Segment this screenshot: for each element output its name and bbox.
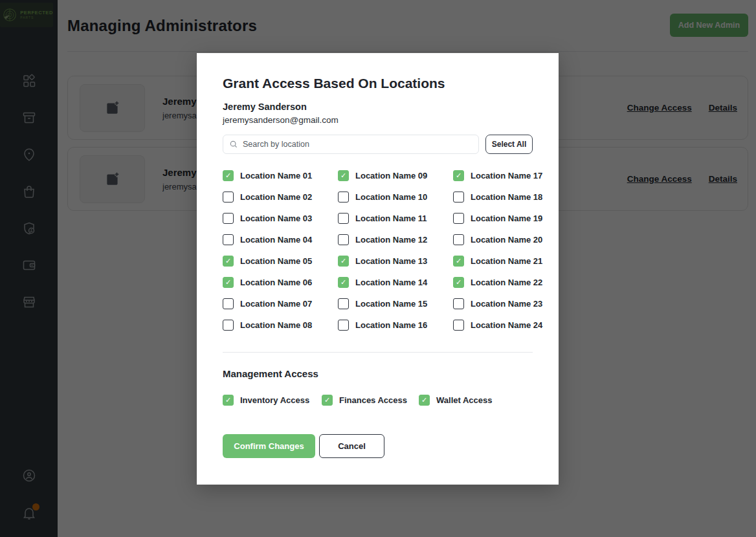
modal-actions: Confirm Changes Cancel — [223, 434, 533, 458]
checkbox-label: Location Name 08 — [240, 320, 312, 330]
location-checkbox-item[interactable]: ✓Location Name 22 — [453, 277, 568, 288]
location-checkbox-item[interactable]: ✓Location Name 11 — [338, 213, 453, 224]
location-checkbox-item[interactable]: ✓Location Name 12 — [338, 234, 453, 245]
modal-divider — [223, 352, 533, 353]
checkbox-unchecked-icon[interactable]: ✓ — [453, 192, 464, 203]
location-checkbox-item[interactable]: ✓Location Name 01 — [223, 170, 338, 181]
location-checkbox-item[interactable]: ✓Location Name 15 — [338, 298, 453, 309]
checkbox-label: Location Name 03 — [240, 214, 312, 223]
cancel-button[interactable]: Cancel — [319, 434, 384, 458]
checkbox-unchecked-icon[interactable]: ✓ — [338, 320, 349, 331]
search-input-wrap — [223, 135, 479, 154]
checkbox-unchecked-icon[interactable]: ✓ — [338, 192, 349, 203]
checkbox-checked-icon[interactable]: ✓ — [223, 395, 234, 406]
checkbox-unchecked-icon[interactable]: ✓ — [453, 213, 464, 224]
checkbox-label: Location Name 16 — [355, 320, 427, 330]
checkbox-label: Inventory Access — [240, 395, 309, 405]
checkbox-checked-icon[interactable]: ✓ — [453, 170, 464, 181]
checkbox-label: Location Name 20 — [471, 235, 542, 245]
checkbox-label: Location Name 21 — [471, 256, 542, 266]
location-checkbox-item[interactable]: ✓Location Name 02 — [223, 192, 338, 203]
checkbox-label: Location Name 10 — [355, 192, 427, 202]
checkbox-checked-icon[interactable]: ✓ — [338, 277, 349, 288]
access-checkbox-item[interactable]: ✓Inventory Access — [223, 395, 322, 406]
location-checkbox-item[interactable]: ✓Location Name 21 — [453, 256, 568, 267]
location-checkbox-item[interactable]: ✓Location Name 14 — [338, 277, 453, 288]
checkbox-unchecked-icon[interactable]: ✓ — [453, 298, 464, 309]
location-checkbox-item[interactable]: ✓Location Name 08 — [223, 320, 338, 331]
location-checkbox-item[interactable]: ✓Location Name 09 — [338, 170, 453, 181]
management-access-heading: Management Access — [223, 368, 533, 380]
checkbox-label: Location Name 02 — [240, 192, 312, 202]
checkbox-checked-icon[interactable]: ✓ — [338, 256, 349, 267]
checkbox-unchecked-icon[interactable]: ✓ — [453, 320, 464, 331]
checkbox-unchecked-icon[interactable]: ✓ — [338, 234, 349, 245]
location-checkbox-item[interactable]: ✓Location Name 20 — [453, 234, 568, 245]
checkbox-unchecked-icon[interactable]: ✓ — [338, 213, 349, 224]
search-icon — [229, 140, 238, 149]
checkbox-label: Location Name 12 — [355, 235, 427, 245]
checkbox-unchecked-icon[interactable]: ✓ — [223, 298, 234, 309]
location-search-input[interactable] — [223, 135, 479, 154]
locations-grid: ✓Location Name 01✓Location Name 02✓Locat… — [223, 165, 533, 336]
location-checkbox-item[interactable]: ✓Location Name 24 — [453, 320, 568, 331]
checkbox-unchecked-icon[interactable]: ✓ — [338, 298, 349, 309]
checkbox-label: Location Name 15 — [355, 299, 427, 309]
checkbox-checked-icon[interactable]: ✓ — [223, 256, 234, 267]
checkbox-label: Location Name 05 — [240, 256, 312, 266]
checkbox-checked-icon[interactable]: ✓ — [223, 170, 234, 181]
checkbox-label: Wallet Access — [436, 395, 492, 405]
checkbox-unchecked-icon[interactable]: ✓ — [453, 234, 464, 245]
select-all-button[interactable]: Select All — [485, 135, 533, 154]
checkbox-label: Location Name 11 — [355, 214, 427, 223]
location-checkbox-item[interactable]: ✓Location Name 18 — [453, 192, 568, 203]
modal-title: Grant Access Based On Locations — [223, 75, 533, 92]
checkbox-label: Location Name 13 — [355, 256, 427, 266]
checkbox-label: Location Name 17 — [471, 171, 542, 181]
search-row: Select All — [223, 135, 533, 154]
checkbox-label: Location Name 04 — [240, 235, 312, 245]
checkbox-label: Location Name 01 — [240, 171, 312, 181]
checkbox-label: Finances Access — [339, 395, 407, 405]
location-checkbox-item[interactable]: ✓Location Name 04 — [223, 234, 338, 245]
modal-admin-name: Jeremy Sanderson — [223, 101, 533, 113]
location-checkbox-item[interactable]: ✓Location Name 16 — [338, 320, 453, 331]
location-checkbox-item[interactable]: ✓Location Name 03 — [223, 213, 338, 224]
access-checkbox-item[interactable]: ✓Finances Access — [322, 395, 419, 406]
checkbox-unchecked-icon[interactable]: ✓ — [223, 213, 234, 224]
checkbox-checked-icon[interactable]: ✓ — [453, 256, 464, 267]
checkbox-checked-icon[interactable]: ✓ — [453, 277, 464, 288]
location-checkbox-item[interactable]: ✓Location Name 13 — [338, 256, 453, 267]
management-access-row: ✓Inventory Access✓Finances Access✓Wallet… — [223, 395, 533, 406]
checkbox-label: Location Name 09 — [355, 171, 427, 181]
checkbox-label: Location Name 19 — [471, 214, 542, 223]
checkbox-label: Location Name 14 — [355, 278, 427, 287]
checkbox-label: Location Name 22 — [471, 278, 542, 287]
grant-access-modal: Grant Access Based On Locations Jeremy S… — [197, 53, 559, 485]
modal-admin-email: jeremysanderson@gmail.com — [223, 115, 533, 126]
checkbox-unchecked-icon[interactable]: ✓ — [223, 234, 234, 245]
location-checkbox-item[interactable]: ✓Location Name 23 — [453, 298, 568, 309]
checkbox-label: Location Name 06 — [240, 278, 312, 287]
location-checkbox-item[interactable]: ✓Location Name 05 — [223, 256, 338, 267]
access-checkbox-item[interactable]: ✓Wallet Access — [419, 395, 492, 406]
location-checkbox-item[interactable]: ✓Location Name 17 — [453, 170, 568, 181]
location-checkbox-item[interactable]: ✓Location Name 06 — [223, 277, 338, 288]
checkbox-label: Location Name 18 — [471, 192, 542, 202]
checkbox-checked-icon[interactable]: ✓ — [419, 395, 430, 406]
checkbox-unchecked-icon[interactable]: ✓ — [223, 192, 234, 203]
location-checkbox-item[interactable]: ✓Location Name 19 — [453, 213, 568, 224]
checkbox-label: Location Name 24 — [471, 320, 542, 330]
location-checkbox-item[interactable]: ✓Location Name 10 — [338, 192, 453, 203]
checkbox-checked-icon[interactable]: ✓ — [223, 277, 234, 288]
location-checkbox-item[interactable]: ✓Location Name 07 — [223, 298, 338, 309]
checkbox-checked-icon[interactable]: ✓ — [338, 170, 349, 181]
confirm-changes-button[interactable]: Confirm Changes — [223, 434, 315, 458]
checkbox-unchecked-icon[interactable]: ✓ — [223, 320, 234, 331]
checkbox-label: Location Name 23 — [471, 299, 542, 309]
checkbox-checked-icon[interactable]: ✓ — [322, 395, 333, 406]
checkbox-label: Location Name 07 — [240, 299, 312, 309]
